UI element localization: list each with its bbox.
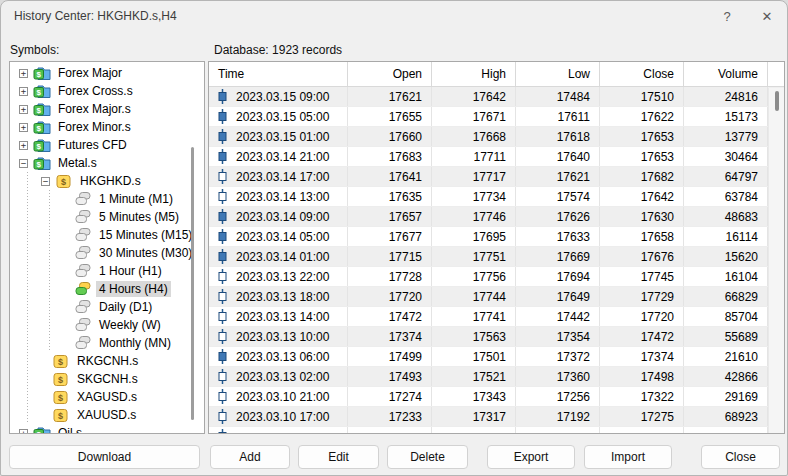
history-center-dialog: History Center: HKGHKD.s,H4 ? ✕ Symbols:… bbox=[0, 0, 788, 476]
tree-item-15-minutes-m15[interactable]: 15 Minutes (M15) bbox=[10, 226, 204, 244]
table-row[interactable]: 2023.03.15 05:00176551767117611176221517… bbox=[209, 107, 784, 127]
cell-open: 17233 bbox=[348, 407, 432, 426]
dollar-icon: $ bbox=[51, 389, 70, 405]
tree-item-metal-s[interactable]: −$Metal.s bbox=[10, 154, 204, 172]
dollar-icon: $ bbox=[54, 173, 73, 189]
time-value: 2023.03.15 01:00 bbox=[236, 130, 329, 144]
tree-item-forex-major[interactable]: +$Forex Major bbox=[10, 64, 204, 82]
table-scrollbar-track[interactable] bbox=[768, 88, 784, 433]
cell-open: 17493 bbox=[348, 367, 432, 386]
table-row[interactable]: 2023.03.10 21:00172741734317256173222916… bbox=[209, 387, 784, 407]
svg-text:$: $ bbox=[36, 106, 41, 115]
cell-time: 2023.03.14 01:00 bbox=[209, 247, 348, 266]
table-row[interactable]: 2023.03.14 21:00176831771117640176533046… bbox=[209, 147, 784, 167]
bullish-candle-icon bbox=[218, 289, 227, 304]
table-row[interactable]: 2023.03.15 01:00176601766817618176531377… bbox=[209, 127, 784, 147]
tree-item-hkghkd-s[interactable]: −$HKGHKD.s bbox=[10, 172, 204, 190]
time-value: 2023.03.13 06:00 bbox=[236, 350, 329, 364]
close-button[interactable]: Close bbox=[701, 445, 780, 469]
cell-low: 17372 bbox=[516, 347, 600, 366]
import-button[interactable]: Import bbox=[584, 445, 672, 469]
svg-text:$: $ bbox=[36, 160, 41, 169]
tree-indent-guide bbox=[16, 406, 38, 424]
table-row[interactable]: 2023.03.15 09:00176211764217484175102481… bbox=[209, 87, 784, 107]
cell-close: 17658 bbox=[600, 227, 684, 246]
table-row[interactable]: 2023.03.13 18:00177201774417649177296682… bbox=[209, 287, 784, 307]
tree-item-daily-d1[interactable]: Daily (D1) bbox=[10, 298, 204, 316]
tree-item-oil-s[interactable]: +$Oil.s bbox=[10, 424, 204, 434]
tree-item-futures-cfd[interactable]: +$Futures CFD bbox=[10, 136, 204, 154]
tree-item-forex-major-s[interactable]: +$Forex Major.s bbox=[10, 100, 204, 118]
table-scrollbar-thumb[interactable] bbox=[775, 91, 779, 111]
table-row[interactable]: 2023.03.10 17:00172331731717192172756892… bbox=[209, 407, 784, 427]
tree-item-weekly-w[interactable]: Weekly (W) bbox=[10, 316, 204, 334]
delete-button[interactable]: Delete bbox=[387, 445, 468, 469]
cell-low: 17354 bbox=[516, 327, 600, 346]
expand-icon[interactable]: + bbox=[19, 105, 28, 114]
tree-indent-guide bbox=[16, 316, 38, 334]
column-header-volume: Volume bbox=[684, 62, 768, 86]
tree-item-forex-cross-s[interactable]: +$Forex Cross.s bbox=[10, 82, 204, 100]
table-row[interactable]: 2023.03.13 14:00174721774117442177208570… bbox=[209, 307, 784, 327]
cell-close: 17472 bbox=[600, 327, 684, 346]
bearish-candle-icon bbox=[218, 229, 227, 244]
table-row[interactable]: 2023.03.13 10:00173741756317354174725568… bbox=[209, 327, 784, 347]
cell-high: 17317 bbox=[432, 407, 516, 426]
tree-item-label: Forex Major.s bbox=[55, 101, 134, 117]
tree-item-skgcnh-s[interactable]: $SKGCNH.s bbox=[10, 370, 204, 388]
expand-icon[interactable]: + bbox=[19, 87, 28, 96]
folder-dollar-icon: $ bbox=[32, 119, 51, 135]
collapse-icon[interactable]: − bbox=[41, 177, 50, 186]
tree-item-label: Monthly (MN) bbox=[96, 335, 174, 351]
tree-item-rkgcnh-s[interactable]: $RKGCNH.s bbox=[10, 352, 204, 370]
table-row[interactable]: 2023.03.14 13:00176351773417574176426378… bbox=[209, 187, 784, 207]
cell-close: 17510 bbox=[600, 87, 684, 106]
svg-text:$: $ bbox=[36, 430, 41, 434]
tree-item-xagusd-s[interactable]: $XAGUSD.s bbox=[10, 388, 204, 406]
table-row[interactable]: 2023.03.14 09:00176571774617626176304868… bbox=[209, 207, 784, 227]
column-header-low: Low bbox=[516, 62, 600, 86]
table-row[interactable]: 2023.03.14 05:00176771769517633176581611… bbox=[209, 227, 784, 247]
tree-item-1-hour-h1[interactable]: 1 Hour (H1) bbox=[10, 262, 204, 280]
time-value: 2023.03.14 09:00 bbox=[236, 210, 329, 224]
expand-icon[interactable]: + bbox=[19, 123, 28, 132]
expand-icon[interactable]: + bbox=[19, 69, 28, 78]
tree-item-label: 4 Hours (H4) bbox=[96, 281, 171, 297]
collapse-icon[interactable]: − bbox=[19, 159, 28, 168]
tree-item-1-minute-m1[interactable]: 1 Minute (M1) bbox=[10, 190, 204, 208]
cell-time: 2023.03.13 14:00 bbox=[209, 307, 348, 326]
titlebar: History Center: HKGHKD.s,H4 ? ✕ bbox=[1, 1, 787, 31]
cell-low: 17669 bbox=[516, 247, 600, 266]
close-icon[interactable]: ✕ bbox=[747, 1, 787, 31]
tree-item-4-hours-h4[interactable]: 4 Hours (H4) bbox=[10, 280, 204, 298]
svg-text:$: $ bbox=[36, 142, 41, 151]
table-row-partial[interactable] bbox=[209, 427, 784, 434]
expand-icon[interactable]: + bbox=[19, 141, 28, 150]
cell-open: 17720 bbox=[348, 287, 432, 306]
add-button[interactable]: Add bbox=[210, 445, 290, 469]
bearish-candle-icon bbox=[218, 349, 227, 364]
tree-indent-guide bbox=[38, 190, 60, 208]
help-icon[interactable]: ? bbox=[707, 1, 747, 31]
bullish-candle-icon bbox=[218, 429, 227, 434]
download-button[interactable]: Download bbox=[9, 445, 200, 469]
table-row[interactable]: 2023.03.14 17:00176411771717621176826479… bbox=[209, 167, 784, 187]
cell-open: 17715 bbox=[348, 247, 432, 266]
tree-scrollbar-thumb[interactable] bbox=[191, 147, 194, 420]
table-row[interactable]: 2023.03.13 02:00174931752117360174984286… bbox=[209, 367, 784, 387]
tree-item-xauusd-s[interactable]: $XAUUSD.s bbox=[10, 406, 204, 424]
tree-item-forex-minor-s[interactable]: +$Forex Minor.s bbox=[10, 118, 204, 136]
expand-icon[interactable]: + bbox=[19, 429, 28, 435]
tree-indent-guide bbox=[38, 244, 60, 262]
edit-button[interactable]: Edit bbox=[298, 445, 379, 469]
tree-item-30-minutes-m30[interactable]: 30 Minutes (M30) bbox=[10, 244, 204, 262]
table-row[interactable]: 2023.03.13 22:00177281775617694177451610… bbox=[209, 267, 784, 287]
table-row[interactable]: 2023.03.14 01:00177151775117669176761562… bbox=[209, 247, 784, 267]
tree-indent-guide bbox=[16, 352, 38, 370]
tree-item-label: Forex Cross.s bbox=[55, 83, 136, 99]
table-row[interactable]: 2023.03.13 06:00174991750117372173742161… bbox=[209, 347, 784, 367]
export-button[interactable]: Export bbox=[487, 445, 575, 469]
tree-item-monthly-mn[interactable]: Monthly (MN) bbox=[10, 334, 204, 352]
tree-item-5-minutes-m5[interactable]: 5 Minutes (M5) bbox=[10, 208, 204, 226]
cell-low: 17484 bbox=[516, 87, 600, 106]
